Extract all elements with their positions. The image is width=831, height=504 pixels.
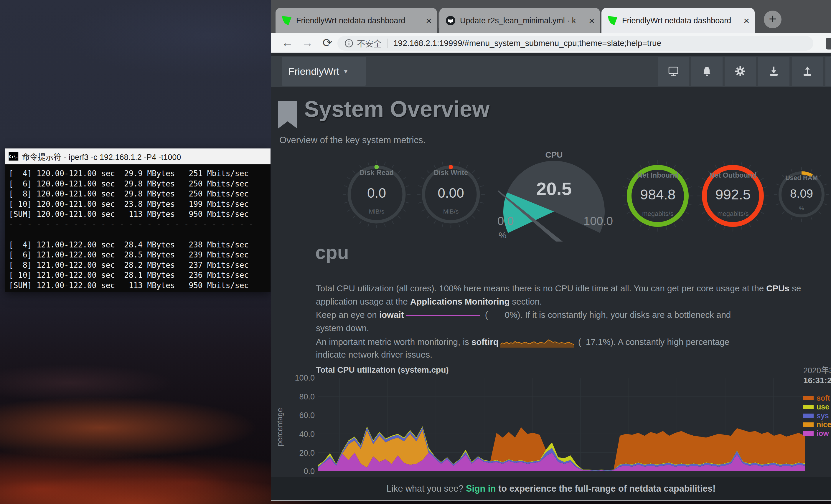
gauge-cpu[interactable]: CPU 20.5 0.0 100.0 % (492, 150, 616, 241)
tab-github[interactable]: Update r2s_lean_minimal.yml · k × (439, 8, 600, 33)
terminal-line: [ 8] 120.00-121.00 sec 29.8 MBytes 250 M… (9, 189, 270, 199)
sign-in-link[interactable]: Sign in (466, 483, 496, 494)
y-axis-label: percentage (275, 389, 285, 466)
page-title: System Overview (304, 96, 490, 122)
softirq-value: 17.1% (581, 337, 610, 347)
settings-button[interactable] (725, 57, 756, 86)
upload-icon (802, 65, 813, 77)
softirq-sparkline-chart[interactable] (500, 336, 574, 349)
legend-swatch (803, 396, 813, 400)
gauge-disk-write[interactable]: Disk Write 0.00 MiB/s (414, 150, 488, 239)
chart-date: 2020年3 (803, 364, 831, 376)
iowait-label: iowait (379, 310, 404, 320)
gauge-net-inbound[interactable]: Net Inbound 984.8 megabits/s (619, 152, 697, 240)
legend-item-iowait[interactable]: iow (803, 429, 829, 437)
gauge-used-ram[interactable]: Used RAM 8.09 % (771, 157, 831, 231)
terminal-output: [ 4] 120.00-121.00 sec 29.9 MBytes 251 M… (5, 165, 270, 292)
legend-swatch (803, 431, 813, 436)
legend-item-nice[interactable]: nice (803, 421, 831, 428)
print-dashboard-button[interactable] (658, 57, 689, 86)
gauge-value: 8.09 (771, 187, 831, 200)
bell-icon (701, 65, 713, 77)
terminal-line: [ 6] 120.00-121.00 sec 29.8 MBytes 250 M… (9, 179, 270, 189)
applications-monitoring-link[interactable]: Applications Monitoring (410, 297, 510, 306)
gauge-label: Disk Write (414, 169, 488, 177)
bookmark-icon (278, 101, 297, 128)
reload-button[interactable]: ⟳ (319, 35, 335, 51)
gauge-value: 20.5 (492, 178, 616, 199)
security-label[interactable]: 不安全 (357, 37, 382, 49)
terminal-line: [ 6] 121.00-122.00 sec 28.5 MBytes 239 M… (9, 250, 270, 260)
text: section. (510, 297, 542, 306)
gear-icon (734, 65, 746, 77)
legend-label: soft (816, 394, 830, 403)
new-tab-button[interactable]: + (764, 10, 781, 28)
cpu-paragraph-line: An important metric worth monitoring, is… (316, 336, 729, 349)
export-settings-button[interactable] (792, 57, 823, 86)
text: ). A constantly high percentage (610, 337, 729, 347)
cpu-paragraph-line: indicate network driver issues. (316, 350, 432, 360)
cpu-utilization-chart[interactable] (318, 378, 805, 471)
y-tick: 60.0 (288, 411, 315, 420)
tab-title: FriendlyWrt netdata dashboard (296, 16, 422, 25)
address-bar[interactable]: 不安全 192.168.2.1:19999/#menu_system_subme… (337, 36, 813, 51)
extension-icon[interactable] (826, 38, 831, 50)
browser-window-edge (271, 500, 831, 501)
tab-title: FriendlyWrt netdata dashboard (622, 16, 739, 25)
tab-strip: FriendlyWrt netdata dashboard × Update r… (271, 0, 831, 33)
forward-button[interactable]: → (299, 35, 315, 51)
import-settings-button[interactable] (758, 57, 790, 86)
text: ( (576, 337, 581, 347)
iowait-value: 0% (488, 310, 517, 320)
terminal-window[interactable]: C:\. 命令提示符 - iperf3 -c 192.168.1.2 -P4 -… (5, 148, 270, 292)
host-name: FriendlyWrt (288, 66, 339, 77)
tab-close-icon[interactable]: × (589, 16, 595, 25)
alarms-button[interactable] (691, 57, 722, 86)
page-subtitle: Overview of the key system metrics. (279, 135, 426, 146)
legend-label: nice (816, 420, 831, 429)
text: An important metric worth monitoring, is (316, 337, 471, 347)
gauge-label: Used RAM (771, 174, 831, 182)
tab-separator (438, 13, 438, 28)
legend-label: sys (816, 412, 829, 420)
terminal-line: [ 10] 120.00-121.00 sec 23.8 MBytes 199 … (9, 199, 270, 209)
url-text[interactable]: 192.168.2.1:19999/#menu_system_submenu_c… (393, 38, 661, 48)
gauge-net-outbound[interactable]: Net Outbound 992.5 megabits/s (694, 152, 772, 240)
netdata-page: FriendlyWrt ▾ (271, 53, 831, 500)
gauge-value: 0.0 (340, 185, 414, 201)
back-button[interactable]: ← (279, 35, 295, 51)
tab-close-icon[interactable]: × (426, 16, 432, 25)
gauge-unit: % (498, 230, 507, 240)
text: to experience the full-range of netdata … (496, 483, 716, 494)
cpus-link[interactable]: CPUs (766, 284, 790, 293)
help-button-partial[interactable] (825, 57, 831, 86)
gauge-label: Net Outbound (694, 171, 772, 179)
y-tick: 0.0 (288, 467, 315, 476)
tab-netdata-2-active[interactable]: FriendlyWrt netdata dashboard × (601, 8, 755, 33)
terminal-line: [ 4] 120.00-121.00 sec 29.9 MBytes 251 M… (9, 169, 270, 179)
legend-item-softirq[interactable]: soft (803, 394, 830, 402)
y-tick: 100.0 (288, 374, 315, 383)
host-selector[interactable]: FriendlyWrt ▾ (282, 57, 366, 86)
iowait-sparkline-chart[interactable] (405, 314, 481, 318)
gauge-max: 100.0 (583, 214, 613, 228)
tab-close-icon[interactable]: × (743, 16, 749, 25)
terminal-line: - - - - - - - - - - - - - - - - - - - - … (9, 219, 270, 230)
gauge-unit: % (771, 205, 831, 212)
tab-title: Update r2s_lean_minimal.yml · k (460, 16, 585, 25)
tab-netdata-1[interactable]: FriendlyWrt netdata dashboard × (276, 8, 437, 33)
info-icon[interactable] (344, 39, 353, 48)
legend-item-system[interactable]: sys (803, 412, 829, 419)
chart-title: Total CPU utilization (system.cpu) (316, 365, 449, 375)
chart-time: 16:31:2 (803, 376, 831, 385)
gauge-disk-read[interactable]: Disk Read 0.0 MiB/s (340, 150, 414, 239)
gauge-unit: MiB/s (414, 208, 488, 215)
netdata-favicon (282, 16, 291, 25)
github-favicon (446, 16, 455, 25)
y-tick: 40.0 (288, 430, 315, 439)
gauge-min: 0.0 (497, 214, 514, 228)
legend-item-user[interactable]: use (803, 403, 829, 411)
legend-label: iow (816, 429, 829, 438)
browser-window: FriendlyWrt netdata dashboard × Update r… (271, 0, 831, 501)
terminal-titlebar[interactable]: C:\. 命令提示符 - iperf3 -c 192.168.1.2 -P4 -… (5, 148, 270, 165)
